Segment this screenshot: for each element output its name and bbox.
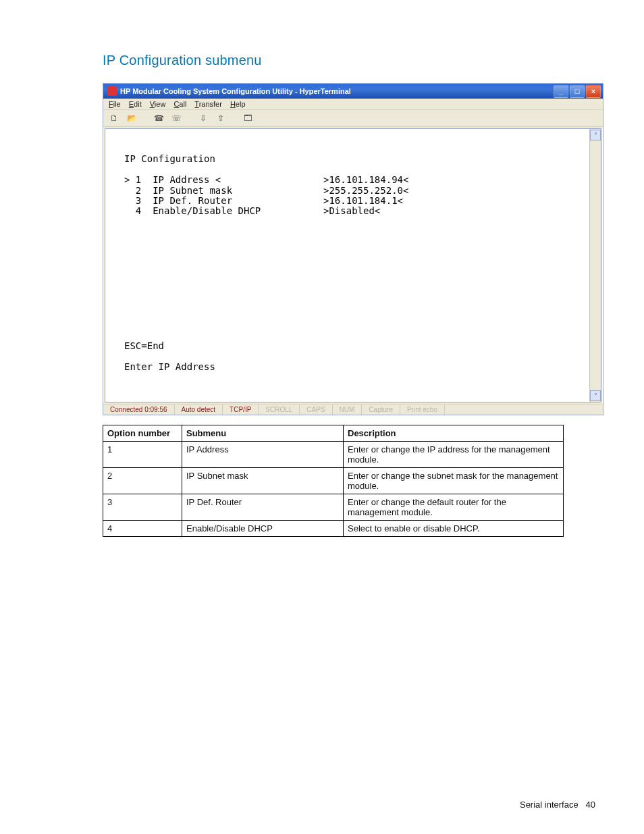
cell-submenu: IP Def. Router	[182, 494, 344, 521]
col-option-number: Option number	[103, 425, 182, 442]
cell-description: Enter or change the subnet mask for the …	[344, 468, 564, 494]
options-table: Option number Submenu Description 1IP Ad…	[103, 425, 564, 537]
window-titlebar: HP Modular Cooling System Configuration …	[103, 84, 603, 99]
table-row: 2IP Subnet maskEnter or change the subne…	[103, 468, 564, 494]
table-row: 4Enable/Disable DHCPSelect to enable or …	[103, 521, 564, 537]
menu-call[interactable]: Call	[173, 100, 186, 108]
menu-edit[interactable]: Edit	[129, 100, 142, 108]
scroll-up-icon[interactable]: ˄	[590, 130, 601, 140]
table-header-row: Option number Submenu Description	[103, 425, 564, 442]
vertical-scrollbar[interactable]: ˄ ˅	[589, 129, 601, 402]
table-row: 1IP AddressEnter or change the IP addres…	[103, 442, 564, 468]
status-printecho: Print echo	[400, 405, 445, 415]
menubar: File Edit View Call Transfer Help	[103, 99, 603, 110]
col-description: Description	[344, 425, 564, 442]
statusbar: Connected 0:09:56 Auto detect TCP/IP SCR…	[103, 404, 603, 415]
status-protocol: TCP/IP	[223, 405, 259, 415]
menu-view[interactable]: View	[150, 100, 166, 108]
status-caps: CAPS	[300, 405, 332, 415]
window-title: HP Modular Cooling System Configuration …	[120, 87, 554, 95]
maximize-button[interactable]: □	[570, 85, 585, 98]
menu-transfer[interactable]: Transfer	[194, 100, 222, 108]
cell-submenu: IP Address	[182, 442, 344, 468]
cell-submenu: Enable/Disable DHCP	[182, 521, 344, 537]
status-connection: Connected 0:09:56	[103, 405, 175, 415]
terminal-area: IP Configuration > 1 IP Address < >16.10…	[105, 128, 601, 402]
page: IP Configuration submenu HP Modular Cool…	[0, 0, 644, 834]
toolbar: 🗋 📂 ☎ ☏ ⇩ ⇧ 🗔	[103, 110, 603, 127]
new-icon[interactable]: 🗋	[107, 112, 121, 124]
hyperterminal-window: HP Modular Cooling System Configuration …	[103, 83, 603, 415]
cell-description: Select to enable or disable DHCP.	[344, 521, 564, 537]
close-button[interactable]: ×	[586, 85, 601, 98]
cell-submenu: IP Subnet mask	[182, 468, 344, 494]
connect-icon[interactable]: ☎	[152, 112, 165, 124]
table-row: 3IP Def. RouterEnter or change the defau…	[103, 494, 564, 521]
status-scroll: SCROLL	[259, 405, 300, 415]
col-submenu: Submenu	[182, 425, 344, 442]
menu-help[interactable]: Help	[230, 100, 246, 108]
cell-option-number: 4	[103, 521, 182, 537]
cell-option-number: 1	[103, 442, 182, 468]
cell-description: Enter or change the IP address for the m…	[344, 442, 564, 468]
receive-icon[interactable]: ⇧	[214, 112, 227, 124]
cell-option-number: 2	[103, 468, 182, 494]
footer-section: Serial interface	[520, 800, 579, 810]
send-icon[interactable]: ⇩	[196, 112, 210, 124]
cell-option-number: 3	[103, 494, 182, 521]
app-icon	[107, 86, 117, 96]
terminal-text: IP Configuration > 1 IP Address < >16.10…	[105, 129, 601, 402]
open-icon[interactable]: 📂	[125, 112, 138, 124]
disconnect-icon[interactable]: ☏	[169, 112, 183, 124]
cell-description: Enter or change the default router for t…	[344, 494, 564, 521]
minimize-button[interactable]: _	[554, 85, 568, 98]
window-buttons: _ □ ×	[554, 85, 601, 98]
scroll-down-icon[interactable]: ˅	[590, 390, 601, 401]
status-num: NUM	[333, 405, 363, 415]
status-detect: Auto detect	[175, 405, 223, 415]
menu-file[interactable]: File	[109, 100, 121, 108]
properties-icon[interactable]: 🗔	[241, 112, 254, 124]
page-heading: IP Configuration submenu	[103, 53, 603, 68]
status-capture: Capture	[362, 405, 400, 415]
page-footer: Serial interface 40	[520, 800, 595, 810]
footer-page: 40	[586, 800, 595, 810]
